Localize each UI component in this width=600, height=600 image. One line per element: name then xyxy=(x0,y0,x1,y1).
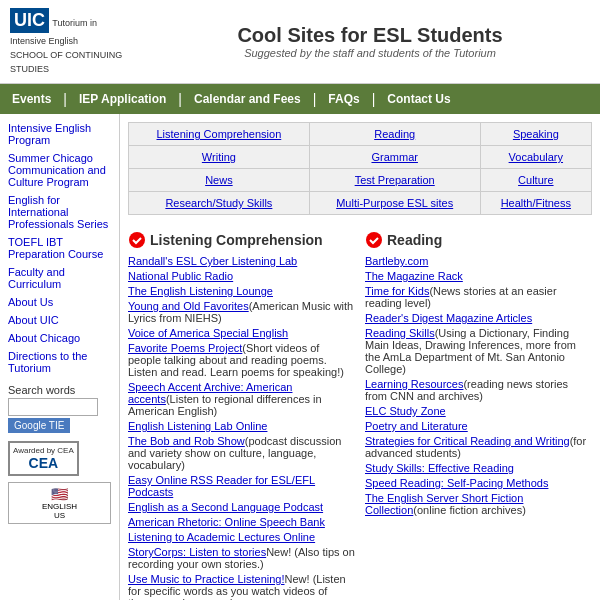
sidebar-item-about-chicago[interactable]: About Chicago xyxy=(8,332,111,344)
listening-link-13[interactable]: StoryCorps: Listen to stories xyxy=(128,546,266,558)
nav-contact[interactable]: Contact Us xyxy=(375,88,462,110)
sidebar-links: Intensive English Program Summer Chicago… xyxy=(8,122,111,374)
list-item: English as a Second Language Podcast xyxy=(128,501,355,513)
cea-awarded-label: Awarded by CEA xyxy=(13,446,74,455)
reading-header: Reading xyxy=(365,231,592,249)
sidebar-item-english-intl[interactable]: English for International Professionals … xyxy=(8,194,111,230)
svg-point-0 xyxy=(129,232,145,248)
list-item: The Magazine Rack xyxy=(365,270,592,282)
sidebar-item-toefl[interactable]: TOEFL IBT Preparation Course xyxy=(8,236,111,260)
reading-link-10[interactable]: Speed Reading: Self-Pacing Methods xyxy=(365,477,548,489)
nav-link-vocabulary[interactable]: Vocabulary xyxy=(509,151,563,163)
listening-link-5[interactable]: Favorite Poems Project xyxy=(128,342,242,354)
page-header: UIC Tutorium in Intensive English SCHOOL… xyxy=(0,0,600,84)
listening-link-1[interactable]: National Public Radio xyxy=(128,270,233,282)
nav-link-listening[interactable]: Listening Comprehension xyxy=(157,128,282,140)
listening-link-11[interactable]: American Rhetoric: Online Speech Bank xyxy=(128,516,325,528)
listening-header: Listening Comprehension xyxy=(128,231,355,249)
list-item: Learning Resources(reading news stories … xyxy=(365,378,592,402)
listening-link-9[interactable]: Easy Online RSS Reader for ESL/EFL Podca… xyxy=(128,474,315,498)
list-item: Young and Old Favorites(American Music w… xyxy=(128,300,355,324)
reading-link-4[interactable]: Reading Skills xyxy=(365,327,435,339)
nav-link-reading[interactable]: Reading xyxy=(374,128,415,140)
logo-area: UIC Tutorium in Intensive English SCHOOL… xyxy=(10,8,150,75)
nav-link-speaking[interactable]: Speaking xyxy=(513,128,559,140)
page-title: Cool Sites for ESL Students xyxy=(150,24,590,47)
reading-title: Reading xyxy=(387,232,442,248)
nav-link-multipurpose[interactable]: Multi-Purpose ESL sites xyxy=(336,197,453,209)
listening-list: Randall's ESL Cyber Listening Lab Nation… xyxy=(128,255,355,600)
listening-check-icon xyxy=(128,231,146,249)
list-item: Voice of America Special English xyxy=(128,327,355,339)
listening-link-14[interactable]: Use Music to Practice Listening! xyxy=(128,573,285,585)
reading-link-8[interactable]: Strategies for Critical Reading and Writ… xyxy=(365,435,570,447)
listening-link-10[interactable]: English as a Second Language Podcast xyxy=(128,501,323,513)
reading-link-5[interactable]: Learning Resources xyxy=(365,378,463,390)
search-box: Search words Google TIE xyxy=(8,384,111,433)
main-nav: Events | IEP Application | Calendar and … xyxy=(0,84,600,114)
google-tie-button[interactable]: Google TIE xyxy=(8,418,70,433)
nav-table-row-2: Writing Grammar Vocabulary xyxy=(129,146,592,169)
listening-title: Listening Comprehension xyxy=(150,232,323,248)
nav-link-news[interactable]: News xyxy=(205,174,233,186)
reading-link-9[interactable]: Study Skills: Effective Reading xyxy=(365,462,514,474)
nav-link-test-prep[interactable]: Test Preparation xyxy=(355,174,435,186)
reading-link-7[interactable]: Poetry and Literature xyxy=(365,420,468,432)
sidebar-item-about-uic[interactable]: About UIC xyxy=(8,314,111,326)
sidebar-item-directions[interactable]: Directions to the Tutorium xyxy=(8,350,111,374)
reading-link-6[interactable]: ELC Study Zone xyxy=(365,405,446,417)
list-item: Bartleby.com xyxy=(365,255,592,267)
flag-icon: 🇺🇸 xyxy=(12,486,107,502)
content-area: Listening Comprehension Reading Speaking… xyxy=(120,114,600,600)
listening-link-0[interactable]: Randall's ESL Cyber Listening Lab xyxy=(128,255,297,267)
list-item: The English Listening Lounge xyxy=(128,285,355,297)
header-title: Cool Sites for ESL Students Suggested by… xyxy=(150,24,590,59)
list-item: StoryCorps: Listen to storiesNew! (Also … xyxy=(128,546,355,570)
search-label: Search words xyxy=(8,384,111,396)
listening-link-8[interactable]: The Bob and Rob Show xyxy=(128,435,245,447)
list-item: Speed Reading: Self-Pacing Methods xyxy=(365,477,592,489)
reading-link-2[interactable]: Time for Kids xyxy=(365,285,429,297)
sidebar-item-faculty[interactable]: Faculty and Curriculum xyxy=(8,266,111,290)
sidebar-item-about-us[interactable]: About Us xyxy=(8,296,111,308)
listening-section: Listening Comprehension Randall's ESL Cy… xyxy=(128,227,355,600)
nav-events[interactable]: Events xyxy=(0,88,63,110)
reading-section: Reading Bartleby.com The Magazine Rack T… xyxy=(365,227,592,600)
nav-iep[interactable]: IEP Application xyxy=(67,88,178,110)
list-item: Reading Skills(Using a Dictionary, Findi… xyxy=(365,327,592,375)
reading-link-1[interactable]: The Magazine Rack xyxy=(365,270,463,282)
listening-link-7[interactable]: English Listening Lab Online xyxy=(128,420,267,432)
reading-link-3[interactable]: Reader's Digest Magazine Articles xyxy=(365,312,532,324)
listening-link-4[interactable]: Voice of America Special English xyxy=(128,327,288,339)
list-item: The Bob and Rob Show(podcast discussion … xyxy=(128,435,355,471)
nav-table-row-3: News Test Preparation Culture xyxy=(129,169,592,192)
desc: (online fiction archives) xyxy=(413,504,526,516)
reading-list: Bartleby.com The Magazine Rack Time for … xyxy=(365,255,592,516)
list-item: Easy Online RSS Reader for ESL/EFL Podca… xyxy=(128,474,355,498)
nav-calendar[interactable]: Calendar and Fees xyxy=(182,88,313,110)
list-item: National Public Radio xyxy=(128,270,355,282)
nav-link-research[interactable]: Research/Study Skills xyxy=(165,197,272,209)
main-content: Intensive English Program Summer Chicago… xyxy=(0,114,600,600)
list-item: Study Skills: Effective Reading xyxy=(365,462,592,474)
list-item: ELC Study Zone xyxy=(365,405,592,417)
page-subtitle: Suggested by the staff and students of t… xyxy=(150,47,590,59)
search-input[interactable] xyxy=(8,398,98,416)
listening-link-12[interactable]: Listening to Academic Lectures Online xyxy=(128,531,315,543)
nav-link-grammar[interactable]: Grammar xyxy=(371,151,417,163)
nav-link-writing[interactable]: Writing xyxy=(202,151,236,163)
nav-table-row-1: Listening Comprehension Reading Speaking xyxy=(129,123,592,146)
nav-faqs[interactable]: FAQs xyxy=(316,88,371,110)
sidebar-item-iep[interactable]: Intensive English Program xyxy=(8,122,111,146)
list-item: Reader's Digest Magazine Articles xyxy=(365,312,592,324)
listening-link-3[interactable]: Young and Old Favorites xyxy=(128,300,249,312)
nav-link-culture[interactable]: Culture xyxy=(518,174,553,186)
list-item: Time for Kids(News stories at an easier … xyxy=(365,285,592,309)
list-item: American Rhetoric: Online Speech Bank xyxy=(128,516,355,528)
nav-link-health[interactable]: Health/Fitness xyxy=(501,197,571,209)
sidebar-item-summer[interactable]: Summer Chicago Communication and Culture… xyxy=(8,152,111,188)
reading-check-icon xyxy=(365,231,383,249)
uic-logo: UIC xyxy=(10,8,49,33)
listening-link-2[interactable]: The English Listening Lounge xyxy=(128,285,273,297)
reading-link-0[interactable]: Bartleby.com xyxy=(365,255,428,267)
